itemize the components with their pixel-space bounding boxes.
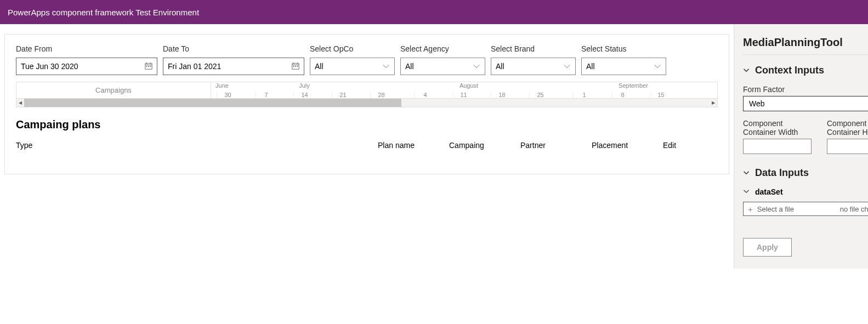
- timeline-day: 25: [529, 92, 551, 98]
- select-opco[interactable]: All: [310, 58, 395, 75]
- section-title: Campaing plans: [16, 118, 718, 131]
- timeline-axis: June July August September 30 7 14 21 28…: [211, 82, 717, 98]
- top-bar: PowerApps component framework Test Envir…: [0, 0, 868, 24]
- scroll-track[interactable]: [24, 99, 710, 107]
- timeline-day: 14: [293, 92, 315, 98]
- svg-rect-6: [150, 66, 151, 67]
- container-width-group: Component Container Width: [743, 119, 812, 154]
- component-canvas: Date From Tue Jun 30 2020 Date To Fri Ja…: [4, 34, 729, 174]
- sidebar: MediaPlanningTool Context Inputs Form Fa…: [734, 24, 868, 269]
- chevron-down-icon: [563, 62, 571, 70]
- select-form-factor[interactable]: Web: [743, 96, 868, 111]
- file-picker-placeholder: Select a file: [757, 205, 794, 213]
- scroll-thumb[interactable]: [24, 99, 401, 107]
- scroll-right-icon[interactable]: ▶: [710, 100, 717, 105]
- container-height-group: Component Container Height: [827, 119, 868, 154]
- col-plan-name: Plan name: [378, 141, 449, 150]
- chevron-down-icon: [473, 62, 480, 70]
- select-agency[interactable]: All: [400, 58, 485, 75]
- filter-brand: Select Brand All: [491, 44, 576, 75]
- timeline-scrollbar[interactable]: ◀ ▶: [16, 99, 717, 107]
- scroll-left-icon[interactable]: ◀: [16, 100, 24, 105]
- app-body: Date From Tue Jun 30 2020 Date To Fri Ja…: [0, 24, 868, 269]
- file-picker-left: + Select a file: [748, 205, 794, 213]
- col-campaign: Campaing: [449, 141, 520, 150]
- apply-button[interactable]: Apply: [743, 238, 792, 257]
- filter-date-from: Date From Tue Jun 30 2020: [16, 44, 157, 75]
- file-picker-status: no file chosen: [840, 205, 868, 213]
- timeline-day: 15: [650, 92, 672, 98]
- timeline-day: 1: [573, 92, 595, 98]
- label-date-to: Date To: [163, 44, 304, 53]
- subsection-dataset[interactable]: dataSet: [743, 187, 868, 196]
- label-opco: Select OpCo: [310, 44, 395, 53]
- col-edit: Edit: [663, 141, 718, 150]
- context-inputs-label: Context Inputs: [755, 65, 824, 76]
- value-status: All: [586, 62, 595, 71]
- dataset-label: dataSet: [755, 187, 783, 196]
- chevron-down-icon: [382, 62, 390, 70]
- canvas-wrap: Date From Tue Jun 30 2020 Date To Fri Ja…: [0, 24, 734, 269]
- timeline-day: 4: [414, 92, 436, 98]
- label-form-factor: Form Factor: [743, 85, 868, 94]
- file-picker[interactable]: + Select a file no file chosen: [743, 202, 868, 216]
- svg-rect-5: [148, 66, 149, 67]
- filter-status: Select Status All: [581, 44, 666, 75]
- svg-rect-13: [297, 66, 298, 67]
- timeline-header: Campaigns June July August September 30 …: [16, 82, 717, 99]
- plus-icon: +: [748, 205, 753, 213]
- select-brand[interactable]: All: [491, 58, 576, 75]
- input-container-width[interactable]: [743, 139, 812, 154]
- filter-row: Date From Tue Jun 30 2020 Date To Fri Ja…: [16, 44, 718, 75]
- value-date-from: Tue Jun 30 2020: [21, 62, 78, 71]
- timeline-left-label: Campaigns: [16, 82, 211, 98]
- timeline-day: 21: [332, 92, 354, 98]
- app-title: PowerApps component framework Test Envir…: [8, 8, 199, 17]
- timeline-day: 8: [611, 92, 633, 98]
- section-context-inputs[interactable]: Context Inputs: [743, 65, 868, 76]
- value-brand: All: [496, 62, 504, 71]
- input-container-height[interactable]: [827, 139, 868, 154]
- divider: [743, 54, 868, 55]
- input-date-to[interactable]: Fri Jan 01 2021: [163, 58, 304, 75]
- input-date-from[interactable]: Tue Jun 30 2020: [16, 58, 157, 75]
- col-partner: Partner: [520, 141, 592, 150]
- timeline-month: September: [606, 82, 661, 90]
- chevron-down-icon: [743, 187, 750, 196]
- timeline-month: June: [195, 82, 249, 90]
- label-date-from: Date From: [16, 44, 157, 53]
- filter-date-to: Date To Fri Jan 01 2021: [163, 44, 304, 75]
- svg-rect-12: [295, 66, 296, 67]
- section-data-inputs[interactable]: Data Inputs: [743, 167, 868, 179]
- value-opco: All: [315, 62, 324, 71]
- col-type: Type: [16, 141, 378, 150]
- timeline-day: 18: [491, 92, 513, 98]
- calendar-icon: [292, 62, 299, 70]
- chevron-down-icon: [743, 65, 750, 76]
- label-container-height: Component Container Height: [827, 119, 868, 137]
- data-inputs-label: Data Inputs: [755, 167, 809, 179]
- timeline: Campaigns June July August September 30 …: [16, 82, 718, 107]
- timeline-day: 30: [217, 92, 239, 98]
- svg-rect-4: [146, 66, 147, 67]
- plans-table-header: Type Plan name Campaing Partner Placemen…: [16, 141, 718, 164]
- sidebar-title: MediaPlanningTool: [743, 36, 868, 49]
- chevron-down-icon: [654, 62, 661, 70]
- select-status[interactable]: All: [581, 58, 666, 75]
- label-container-width: Component Container Width: [743, 119, 812, 137]
- label-agency: Select Agency: [400, 44, 485, 53]
- chevron-down-icon: [743, 167, 750, 179]
- timeline-day: 7: [255, 92, 277, 98]
- value-agency: All: [405, 62, 414, 71]
- value-date-to: Fri Jan 01 2021: [168, 62, 221, 71]
- label-status: Select Status: [581, 44, 666, 53]
- filter-opco: Select OpCo All: [310, 44, 395, 75]
- timeline-day: 28: [370, 92, 392, 98]
- timeline-month: July: [277, 82, 332, 90]
- container-size-row: Component Container Width Component Cont…: [743, 119, 868, 154]
- timeline-day: 11: [452, 92, 474, 98]
- calendar-icon: [145, 62, 152, 70]
- timeline-month: August: [441, 82, 496, 90]
- label-brand: Select Brand: [491, 44, 576, 53]
- filter-agency: Select Agency All: [400, 44, 485, 75]
